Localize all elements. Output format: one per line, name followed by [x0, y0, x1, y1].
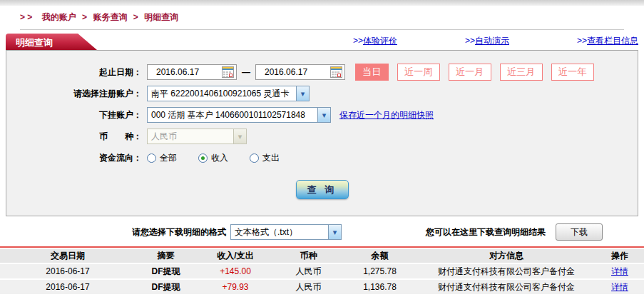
header-balance: 余额	[342, 249, 417, 264]
tab-detail-query: 明细查询	[6, 34, 97, 50]
query-button-row: 查 询	[6, 180, 638, 199]
chevron-down-icon: ▾	[317, 108, 330, 122]
top-strip	[0, 0, 644, 6]
header-action: 操作	[596, 249, 644, 264]
registered-account-select[interactable]: 南平 6222001406100921065 灵通卡 ▾	[147, 86, 310, 101]
cell-currency: 人民币	[275, 280, 342, 296]
query-button[interactable]: 查 询	[296, 180, 349, 199]
currency-select: 人民币 ▾	[147, 129, 247, 144]
link-experience-rating[interactable]: >>体验评价	[353, 35, 397, 47]
radio-checked-icon[interactable]	[198, 153, 208, 163]
header-currency: 币种	[275, 249, 342, 264]
flow-option-income-label: 收入	[211, 152, 228, 164]
flow-option-all-label: 全部	[160, 152, 177, 164]
detail-link[interactable]: 详情	[611, 266, 628, 276]
flow-option-all[interactable]: 全部	[147, 152, 177, 164]
breadcrumb-divider	[20, 29, 624, 30]
link-auto-demo[interactable]: >>自动演示	[465, 35, 509, 47]
currency-row: 币 种： 人民币 ▾	[6, 126, 638, 147]
save-snapshot-link[interactable]: 保存近一个月的明细快照	[339, 109, 434, 121]
breadcrumb-item-my-account[interactable]: 我的账户	[42, 12, 76, 22]
cell-summary: DF提现	[136, 264, 196, 280]
transaction-table: 交易日期 摘要 收入/支出 币种 余额 对方信息 操作 2016-06-17 D…	[0, 249, 644, 296]
table-header-row: 交易日期 摘要 收入/支出 币种 余额 对方信息 操作	[0, 249, 644, 264]
fund-flow-radio-group: 全部 收入 支出	[147, 152, 301, 164]
cell-counterparty: 财付通支付科技有限公司客户备付金	[417, 264, 596, 280]
link-column-info[interactable]: >>查看栏目信息	[577, 35, 638, 47]
quick-range-year-button[interactable]: 近一年	[551, 64, 594, 81]
fund-flow-row: 资金流向： 全部 收入 支出	[6, 147, 638, 168]
download-row: 请您选择下载明细的格式 文本格式（.txt） ▾ 您可以在这里下载查询明细结果 …	[132, 223, 644, 241]
cell-balance: 1,136.78	[342, 280, 417, 296]
calendar-icon[interactable]	[330, 66, 342, 78]
sub-account-label: 下挂账户：	[6, 109, 142, 121]
quick-range-month-button[interactable]: 近一月	[449, 64, 491, 81]
cell-summary: DF提现	[136, 280, 196, 296]
sub-account-value: 000 活期 基本户 1406600101102571848	[148, 109, 317, 121]
start-date-value: 2016.06.17	[156, 67, 199, 77]
flow-option-income[interactable]: 收入	[198, 152, 228, 164]
download-format-value: 文本格式（.txt）	[231, 226, 328, 238]
breadcrumb-item-detail-query[interactable]: 明细查询	[144, 12, 178, 22]
currency-value: 人民币	[148, 131, 233, 143]
table-row: 2016-06-17 DF提现 +145.00 人民币 1,275.78 财付通…	[0, 264, 644, 280]
chevron-down-icon: ▾	[296, 86, 309, 101]
breadcrumb-separator: >	[133, 12, 138, 22]
cell-amount: +79.93	[196, 280, 275, 296]
breadcrumb-item-account-query[interactable]: 账务查询	[93, 12, 127, 22]
registered-account-label: 请选择注册账户：	[6, 88, 142, 100]
sub-account-row: 下挂账户： 000 活期 基本户 1406600101102571848 ▾ 保…	[6, 104, 638, 126]
quick-range-today-button[interactable]: 当日	[355, 64, 389, 81]
date-range-label: 起止日期：	[6, 66, 142, 79]
quick-range-week-button[interactable]: 近一周	[397, 64, 440, 81]
cell-date: 2016-06-17	[0, 280, 136, 296]
cell-balance: 1,275.78	[342, 264, 417, 280]
start-date-input[interactable]: 2016.06.17	[147, 64, 237, 80]
fund-flow-label: 资金流向：	[6, 152, 142, 164]
breadcrumb: > > 我的账户 > 账务查询 > 明细查询	[0, 6, 644, 28]
cell-counterparty: 财付通支付科技有限公司客户备付金	[417, 280, 596, 296]
chevron-down-icon: ▾	[233, 129, 246, 144]
registered-account-row: 请选择注册账户： 南平 6222001406100921065 灵通卡 ▾	[6, 83, 638, 104]
calendar-icon[interactable]	[222, 66, 234, 78]
table-top-divider	[0, 246, 644, 248]
download-format-select[interactable]: 文本格式（.txt） ▾	[230, 224, 342, 240]
table-row: 2016-06-17 DF提现 +79.93 人民币 1,136.78 财付通支…	[0, 280, 644, 296]
sub-account-select[interactable]: 000 活期 基本户 1406600101102571848 ▾	[147, 107, 331, 123]
end-date-value: 2016.06.17	[265, 67, 307, 77]
radio-icon[interactable]	[147, 153, 156, 163]
top-links: >>体验评价 >>自动演示 >>查看栏目信息	[285, 35, 638, 50]
flow-option-expense[interactable]: 支出	[250, 152, 280, 164]
cell-currency: 人民币	[275, 264, 342, 280]
flow-option-expense-label: 支出	[262, 152, 280, 164]
chevron-down-icon: ▾	[328, 225, 341, 239]
header-summary: 摘要	[136, 249, 196, 264]
radio-icon[interactable]	[250, 153, 259, 163]
cell-date: 2016-06-17	[0, 264, 136, 280]
download-format-label: 请您选择下载明细的格式	[132, 226, 226, 238]
date-range-row: 起止日期： 2016.06.17 — 2016.06.17	[6, 61, 638, 83]
breadcrumb-separator: >	[82, 12, 87, 22]
currency-label: 币 种：	[6, 131, 142, 143]
date-separator: —	[242, 67, 250, 77]
header-date: 交易日期	[0, 249, 136, 264]
header-counterparty: 对方信息	[417, 249, 596, 264]
header-amount: 收入/支出	[196, 249, 275, 264]
query-form-panel: 起止日期： 2016.06.17 — 2016.06.17	[6, 50, 638, 216]
download-hint: 您可以在这里下载查询明细结果	[426, 226, 546, 238]
cell-amount: +145.00	[196, 264, 275, 280]
registered-account-value: 南平 6222001406100921065 灵通卡	[148, 88, 296, 100]
tab-row: 明细查询 >>体验评价 >>自动演示 >>查看栏目信息	[6, 33, 638, 50]
end-date-input[interactable]: 2016.06.17	[255, 64, 345, 80]
detail-link[interactable]: 详情	[611, 282, 628, 292]
breadcrumb-prefix: > >	[20, 12, 32, 22]
download-button[interactable]: 下载	[556, 223, 603, 241]
quick-range-3month-button[interactable]: 近三月	[500, 64, 543, 81]
